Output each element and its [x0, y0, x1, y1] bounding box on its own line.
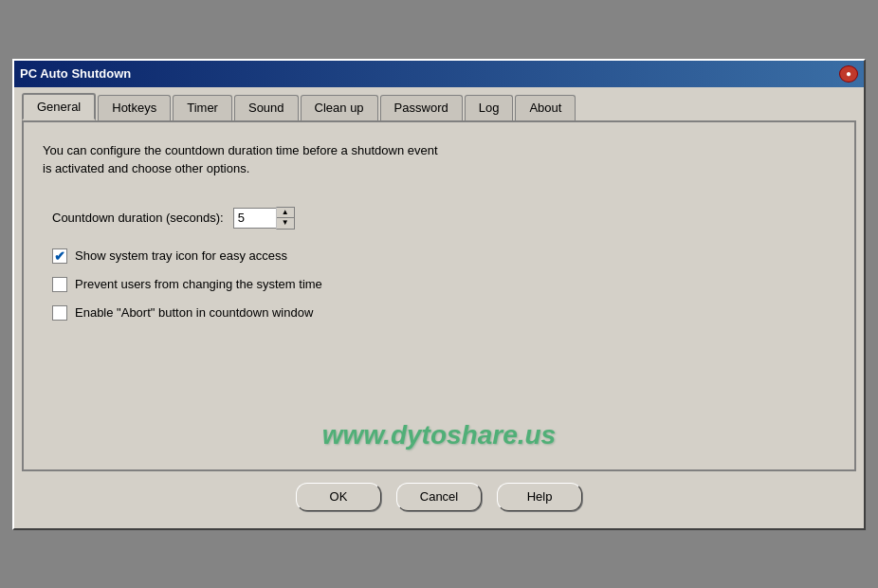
watermark: www.dytoshare.us	[322, 420, 556, 450]
close-button[interactable]: ●	[839, 65, 858, 83]
close-icon: ●	[846, 68, 851, 79]
window-body: General Hotkeys Timer Sound Clean up Pas…	[14, 87, 864, 528]
spin-down-icon: ▼	[282, 219, 289, 227]
tab-about[interactable]: About	[515, 95, 576, 122]
ok-button[interactable]: OK	[296, 483, 381, 511]
checkbox-prevent-label: Prevent users from changing the system t…	[75, 277, 322, 291]
tab-timer[interactable]: Timer	[173, 95, 232, 122]
tab-bar: General Hotkeys Timer Sound Clean up Pas…	[22, 93, 856, 120]
tab-log[interactable]: Log	[465, 95, 514, 122]
countdown-spinbox: ▲ ▼	[233, 207, 295, 230]
spin-up-icon: ▲	[282, 209, 289, 216]
checkbox-tray-label: Show system tray icon for easy access	[75, 248, 287, 263]
spinbox-buttons: ▲ ▼	[276, 207, 295, 230]
checkbox-abort-label: Enable "Abort" button in countdown windo…	[75, 305, 313, 320]
title-bar: PC Auto Shutdown ●	[14, 61, 864, 87]
checkbox-row-2: Prevent users from changing the system t…	[52, 277, 835, 292]
checkbox-abort[interactable]	[52, 305, 67, 321]
tab-sound[interactable]: Sound	[234, 95, 299, 122]
checkbox-prevent[interactable]	[52, 277, 67, 292]
countdown-row: Countdown duration (seconds): ▲ ▼	[52, 207, 835, 230]
title-controls: ●	[839, 65, 858, 83]
tab-cleanup[interactable]: Clean up	[301, 95, 378, 122]
spin-down-button[interactable]: ▼	[277, 218, 294, 229]
tab-password[interactable]: Password	[380, 95, 463, 122]
tab-content-general: You can configure the countdown duration…	[22, 120, 856, 471]
description-text: You can configure the countdown duration…	[43, 141, 706, 178]
window-title: PC Auto Shutdown	[20, 66, 131, 81]
tab-general[interactable]: General	[22, 93, 96, 120]
checkmark-icon: ✔	[54, 249, 65, 263]
checkbox-row-1: ✔ Show system tray icon for easy access	[52, 248, 835, 264]
help-button[interactable]: Help	[497, 483, 582, 511]
main-window: PC Auto Shutdown ● General Hotkeys Timer…	[12, 59, 866, 530]
tab-hotkeys[interactable]: Hotkeys	[98, 95, 171, 122]
checkbox-tray[interactable]: ✔	[52, 248, 67, 264]
countdown-label: Countdown duration (seconds):	[52, 211, 224, 225]
checkbox-row-3: Enable "Abort" button in countdown windo…	[52, 305, 835, 321]
countdown-input[interactable]	[233, 208, 276, 229]
cancel-button[interactable]: Cancel	[396, 483, 482, 511]
button-bar: OK Cancel Help	[22, 471, 856, 521]
spin-up-button[interactable]: ▲	[277, 208, 294, 218]
